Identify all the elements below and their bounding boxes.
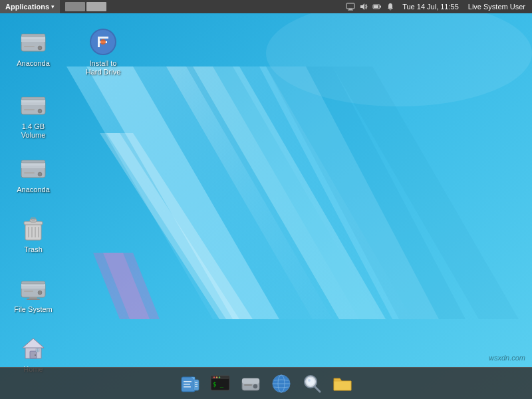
svg-marker-3 [166, 66, 359, 319]
desktop-icon-anaconda-drive[interactable]: Anaconda [7, 23, 60, 70]
svg-rect-69 [184, 384, 190, 385]
anaconda-drive-icon [17, 26, 49, 58]
datetime: Tue 14 Jul, 11:55 [398, 3, 463, 11]
svg-rect-73 [195, 384, 198, 385]
screen-icon[interactable] [345, 1, 356, 12]
svg-marker-4 [193, 66, 386, 319]
panel-widget-2 [86, 2, 106, 11]
svg-rect-26 [24, 46, 35, 47]
anaconda2-icon [17, 152, 49, 184]
svg-rect-41 [24, 172, 35, 174]
svg-rect-24 [21, 39, 45, 42]
panel-widget-1 [65, 2, 85, 11]
svg-rect-72 [195, 382, 198, 383]
svg-marker-10 [103, 253, 150, 319]
svg-marker-60 [23, 338, 44, 348]
svg-marker-13 [266, 66, 466, 319]
svg-rect-33 [21, 102, 45, 105]
svg-marker-8 [106, 133, 239, 319]
battery-icon[interactable] [372, 1, 382, 12]
svg-point-78 [216, 376, 217, 378]
svg-rect-35 [24, 109, 35, 110]
svg-rect-39 [21, 166, 45, 168]
svg-rect-74 [195, 386, 198, 387]
svg-point-79 [219, 376, 220, 378]
svg-point-30 [100, 39, 106, 45]
filesystem-icon [17, 272, 49, 304]
svg-marker-18 [360, 3, 364, 10]
volume-drive-icon [17, 89, 49, 121]
anaconda2-label: Anaconda [17, 186, 50, 194]
svg-marker-7 [100, 133, 253, 319]
svg-rect-55 [24, 291, 33, 292]
svg-rect-58 [27, 299, 40, 300]
svg-rect-56 [21, 281, 45, 284]
trash-icon [17, 212, 49, 244]
desktop-icon-anaconda2[interactable]: Anaconda [7, 150, 60, 197]
svg-marker-6 [259, 66, 439, 319]
desktop: Applications ▾ [0, 0, 532, 399]
svg-point-12 [266, 0, 532, 106]
svg-rect-17 [348, 10, 353, 11]
taskbar: $ _ [0, 367, 532, 399]
taskbar-terminal-button[interactable]: $ _ [206, 370, 234, 397]
svg-marker-5 [233, 66, 412, 319]
svg-point-90 [307, 378, 315, 386]
volume-label: 1.4 GBVolume [21, 122, 46, 140]
panel-right: Tue 14 Jul, 11:55 Live System User [345, 0, 532, 13]
svg-marker-2 [86, 66, 279, 319]
taskbar-browser-button[interactable] [267, 370, 295, 397]
install-label: Install toHard Drive [86, 59, 121, 76]
svg-marker-14 [332, 66, 519, 319]
svg-rect-36 [21, 97, 45, 100]
desktop-icon-volume[interactable]: 1.4 GBVolume [7, 86, 60, 142]
svg-rect-21 [374, 5, 378, 8]
svg-point-34 [38, 109, 42, 113]
username: Live System User [466, 3, 528, 11]
svg-rect-82 [242, 378, 259, 384]
watermark: wsxdn.com [489, 354, 525, 362]
top-panel: Applications ▾ [0, 0, 532, 13]
install-icon [87, 26, 119, 58]
applications-chevron: ▾ [51, 3, 55, 10]
desktop-icon-install[interactable]: Install toHard Drive [76, 23, 130, 79]
filesystem-label: File System [14, 305, 52, 314]
taskbar-drive-button[interactable] [237, 370, 265, 397]
svg-rect-20 [380, 6, 381, 8]
svg-rect-27 [21, 34, 45, 37]
svg-point-54 [38, 291, 42, 295]
bell-icon[interactable] [385, 1, 396, 12]
svg-rect-70 [184, 386, 191, 388]
trash-label: Trash [24, 245, 43, 254]
svg-rect-68 [184, 381, 192, 382]
svg-rect-53 [21, 286, 45, 289]
desktop-icon-filesystem[interactable]: File System [7, 269, 60, 317]
anaconda-drive-label: Anaconda [17, 59, 50, 68]
svg-point-77 [213, 376, 215, 378]
home-icon [17, 332, 49, 364]
svg-rect-15 [346, 3, 354, 9]
svg-point-92 [308, 379, 311, 382]
svg-marker-1 [66, 66, 332, 319]
svg-point-62 [35, 354, 36, 356]
volume-icon[interactable] [358, 1, 369, 12]
taskbar-search-button[interactable] [298, 370, 326, 397]
svg-text:$ _: $ _ [213, 381, 224, 388]
taskbar-folder-button[interactable] [329, 370, 356, 397]
svg-rect-42 [21, 160, 45, 163]
svg-line-91 [315, 386, 320, 392]
svg-point-83 [253, 384, 257, 388]
svg-rect-16 [349, 9, 352, 10]
svg-marker-9 [93, 253, 160, 319]
applications-menu[interactable]: Applications ▾ [0, 0, 60, 13]
taskbar-files-button[interactable] [176, 370, 203, 397]
svg-point-40 [38, 172, 42, 176]
svg-point-25 [38, 46, 42, 50]
svg-rect-84 [244, 384, 252, 386]
desktop-icon-trash[interactable]: Trash [7, 209, 60, 257]
applications-label: Applications [5, 3, 49, 11]
